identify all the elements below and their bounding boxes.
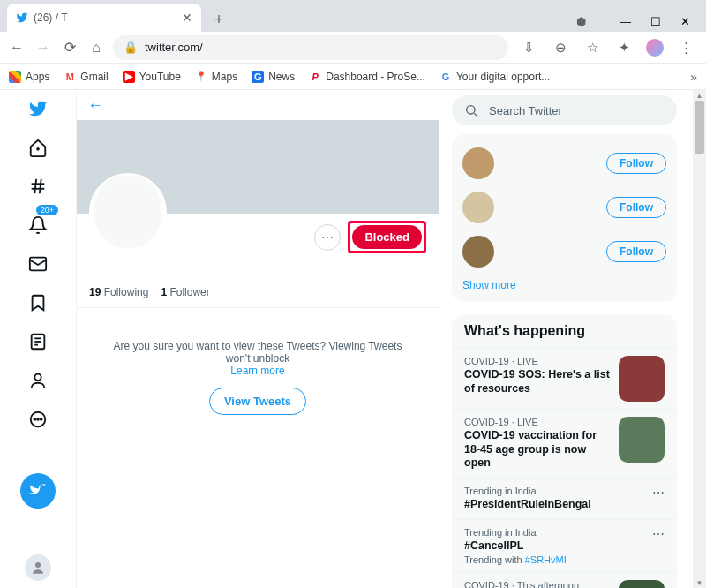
blocked-button[interactable]: Blocked [352,225,422,249]
twitter-logo-icon[interactable] [26,97,49,120]
compose-tweet-button[interactable] [20,473,56,509]
svg-point-12 [34,418,35,420]
trend-item[interactable]: COVID-19 · LIVECOVID-19 vaccination for … [452,409,677,478]
suggestion-avatar [462,192,494,223]
lists-nav-icon[interactable] [26,330,49,353]
trend-thumbnail [619,580,665,588]
whats-happening: What's happening COVID-19 · LIVECOVID-19… [452,314,677,588]
extensions-icon[interactable]: ✦ [614,38,634,57]
suggestion-row[interactable]: Follow [462,230,666,274]
suggestion-avatar [462,147,494,179]
bookmark-digital[interactable]: GYour digital opport... [439,71,550,83]
minimize-button[interactable]: — [620,15,631,28]
trend-thumbnail [619,417,665,463]
following-stat[interactable]: 19 Following [89,286,148,298]
bookmark-apps[interactable]: Apps [9,71,49,83]
new-tab-button[interactable]: + [207,7,231,32]
apps-grid-icon [9,71,21,83]
suggestion-row[interactable]: Follow [462,141,666,185]
bookmarks-overflow-icon[interactable]: » [690,70,697,84]
trend-item[interactable]: COVID-19 · This afternoonIPL match postp… [452,572,677,588]
address-bar[interactable]: 🔒 twitter.com/ [113,35,508,60]
maximize-button[interactable]: ☐ [650,15,661,28]
view-tweets-button[interactable]: View Tweets [209,388,306,415]
install-icon[interactable]: ⇩ [519,38,538,57]
google-icon: G [439,71,452,83]
trend-item[interactable]: Trending in India#CancelIPLTrending with… [452,519,677,573]
bookmark-maps[interactable]: 📍Maps [195,71,237,83]
back-button[interactable]: ← [7,38,26,57]
messages-nav-icon[interactable] [26,253,49,275]
blocked-highlight: Blocked [348,221,426,253]
more-nav-icon[interactable] [26,408,49,431]
forward-button: → [34,38,53,57]
scrollbar-thumb[interactable] [695,101,704,154]
star-icon[interactable]: ☆ [582,38,602,57]
maps-pin-icon: 📍 [195,71,207,83]
bookmarks-bar: Apps MGmail ▶YouTube 📍Maps GNews PDashbo… [0,64,706,90]
profile-main-column: ← ⋯ Blocked 19 Following 1 Follower Are … [76,90,439,588]
suggestion-avatar [462,236,494,268]
account-switcher[interactable] [25,554,51,581]
follow-button[interactable]: Follow [606,197,666,218]
close-window-button[interactable]: ✕ [680,15,690,28]
who-to-follow: Follow Follow Follow Show more [452,134,677,302]
follow-button[interactable]: Follow [606,241,666,262]
gmail-icon: M [64,71,76,83]
notifications-nav-icon[interactable]: 20+ [26,214,49,237]
whats-happening-heading: What's happening [452,314,677,348]
blocked-message: Are you sure you want to view these Twee… [77,308,439,424]
twitter-favicon-icon [16,11,28,24]
url-text: twitter.com/ [145,41,203,54]
bookmarks-nav-icon[interactable] [26,291,49,314]
trend-hashtag-link[interactable]: #SRHvMI [525,554,567,565]
menu-icon[interactable]: ⋮ [676,38,695,57]
show-more-link[interactable]: Show more [462,274,666,291]
trend-item[interactable]: Trending in India#PresidentRuleInBengal … [452,478,677,519]
tab-close-icon[interactable]: ✕ [182,11,192,25]
profile-avatar[interactable] [89,173,167,251]
svg-point-0 [37,148,39,150]
pinterest-icon: P [309,71,321,83]
search-placeholder: Search Twitter [489,104,562,117]
bookmark-youtube[interactable]: ▶YouTube [123,71,181,83]
svg-point-13 [37,418,39,420]
browser-tab[interactable]: (26) / T ✕ [7,4,201,32]
search-input[interactable]: Search Twitter [452,95,677,125]
svg-point-16 [467,106,475,114]
scroll-up-icon[interactable]: ▲ [693,90,706,101]
tab-title: (26) / T [34,11,67,24]
suggestion-row[interactable]: Follow [462,185,666,230]
svg-line-3 [34,179,36,194]
svg-line-17 [474,113,477,116]
profile-nav-icon[interactable] [26,369,49,392]
incognito-icon: ⬢ [576,15,586,28]
trend-item[interactable]: COVID-19 · LIVECOVID-19 SOS: Here's a li… [452,348,677,409]
scroll-down-icon[interactable]: ▼ [693,577,706,588]
follow-button[interactable]: Follow [606,153,666,174]
trend-more-icon[interactable]: ⋯ [652,527,665,541]
zoom-icon[interactable]: ⊖ [551,38,570,57]
trend-thumbnail [619,356,665,402]
lock-icon: 🔒 [124,41,138,54]
svg-point-14 [41,418,42,420]
bookmark-news[interactable]: GNews [252,71,295,83]
notification-badge: 20+ [36,205,58,215]
bookmark-dashboard[interactable]: PDashboard - ProSe... [309,71,425,83]
followers-stat[interactable]: 1 Follower [161,286,209,298]
explore-nav-icon[interactable] [26,175,49,198]
svg-point-15 [35,562,41,568]
page-scrollbar[interactable]: ▲ ▼ [693,90,706,588]
profile-avatar-icon[interactable] [646,39,664,57]
home-nav-icon[interactable] [26,136,49,159]
youtube-icon: ▶ [123,71,135,83]
profile-back-button[interactable]: ← [87,96,103,115]
trend-more-icon[interactable]: ⋯ [652,486,665,500]
learn-more-link[interactable]: Learn more [230,365,284,377]
profile-more-button[interactable]: ⋯ [314,224,341,251]
svg-line-4 [40,179,41,194]
svg-point-10 [34,374,41,381]
bookmark-gmail[interactable]: MGmail [64,71,108,83]
home-button[interactable]: ⌂ [86,38,106,57]
reload-button[interactable]: ⟳ [60,38,79,57]
